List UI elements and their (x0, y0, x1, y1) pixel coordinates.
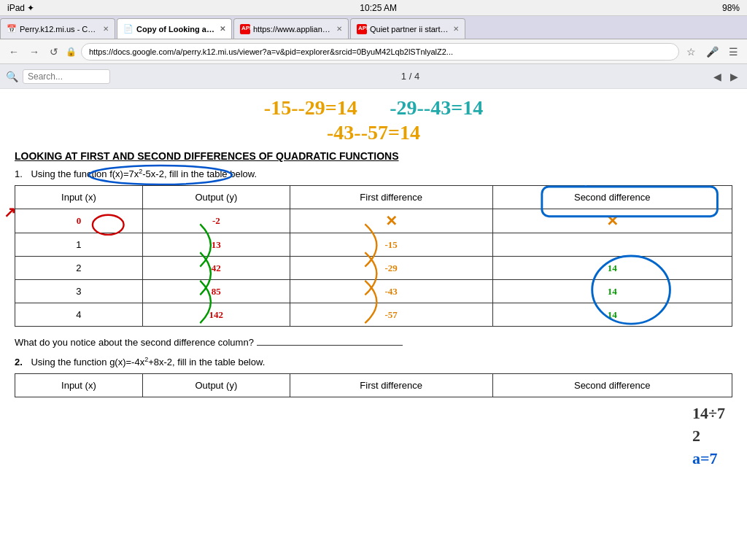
nav-bar: ← → ↺ 🔒 ☆ 🎤 ☰ (0, 39, 747, 64)
ipad-label: iPad ✦ (7, 3, 34, 13)
tab-3[interactable]: APP https://www.appliancepar... ✕ (233, 18, 349, 39)
input-4: 4 (15, 303, 143, 327)
col-header-input: Input (x) (15, 186, 143, 209)
q2-num: 2. (15, 357, 23, 368)
table-row: 3 85 -43 14 (15, 280, 732, 303)
prev-page-button[interactable]: ◀ (711, 69, 724, 84)
address-input[interactable] (81, 43, 679, 61)
tab-4-label: Quiet partner ii starts and... (370, 25, 450, 34)
output-4: 142 (142, 303, 290, 327)
forward-button[interactable]: → (26, 44, 42, 59)
bottom-col-second-diff: Second difference (492, 373, 732, 397)
col-header-second-diff: Second difference (492, 186, 732, 209)
output-3: 85 (142, 280, 290, 303)
math-top-section: -15--29=14 -29--43=14 -43--57=14 (15, 96, 732, 144)
search-bar: 🔍 1 / 4 ◀ ▶ (0, 64, 747, 89)
equation-2: -29--43=14 (390, 96, 483, 120)
bottom-table-header-row: Input (x) Output (y) First difference Se… (15, 373, 732, 397)
tab-1-icon: 📅 (7, 24, 17, 34)
bottom-table: Input (x) Output (y) First difference Se… (15, 373, 732, 397)
col-header-output: Output (y) (142, 186, 290, 209)
seconddiff-1 (492, 233, 732, 257)
input-2: 2 (15, 257, 143, 280)
q1-text: Using the function f(x)=7x2-5x-2, fill i… (31, 168, 257, 179)
table-row: 0 -2 ✕ ✕ (15, 209, 732, 233)
tab-1[interactable]: 📅 Perry.k12.mi.us - Calend... ✕ (0, 18, 115, 39)
next-page-button[interactable]: ▶ (727, 69, 741, 84)
bottom-col-output: Output (y) (142, 373, 290, 397)
document-title: LOOKING AT FIRST AND SECOND DIFFERENCES … (15, 150, 732, 162)
data-table: Input (x) Output (y) First difference Se… (15, 185, 732, 327)
tab-4-icon: APP (357, 24, 367, 34)
page-counter: 1 / 4 (115, 71, 706, 82)
battery-display: 98% (722, 3, 740, 13)
time-display: 10:25 AM (360, 3, 397, 13)
microphone-button[interactable]: 🎤 (703, 44, 721, 59)
firstdiff-0: ✕ (290, 209, 492, 233)
table-wrapper: ↗ Input (x) Output (y) First difference … (15, 185, 732, 327)
table-row: 1 13 -15 (15, 233, 732, 257)
q2-text: Using the function g(x)=-4x2+8x-2, fill … (31, 357, 265, 368)
input-0: 0 (15, 209, 143, 233)
tabs-bar: 📅 Perry.k12.mi.us - Calend... ✕ 📄 Copy o… (0, 16, 747, 39)
red-annotation-left: ↗ (4, 203, 16, 221)
question-1: 1. Using the function f(x)=7x2-5x-2, fil… (15, 168, 732, 179)
firstdiff-3: -43 (290, 280, 492, 303)
seconddiff-3: 14 (492, 280, 732, 303)
tab-1-label: Perry.k12.mi.us - Calend... (20, 25, 100, 34)
bottom-col-first-diff: First difference (290, 373, 492, 397)
calc-line-1: 14÷7 (692, 402, 725, 425)
seconddiff-4: 14 (492, 303, 732, 327)
input-1: 1 (15, 233, 143, 257)
tab-3-icon: APP (240, 24, 250, 34)
lock-icon: 🔒 (66, 47, 77, 57)
equation-3: -43--57=14 (15, 121, 732, 144)
search-icon-button[interactable]: 🔍 (6, 71, 18, 82)
firstdiff-4: -57 (290, 303, 492, 327)
second-diff-question: What do you notice about the second diff… (15, 337, 732, 348)
calc-line-2: 2 (692, 425, 725, 448)
search-input[interactable] (23, 69, 110, 84)
calc-line-3: a=7 (692, 448, 725, 470)
doc-area: -15--29=14 -29--43=14 -43--57=14 LOOKING… (15, 96, 732, 397)
tab-4[interactable]: APP Quiet partner ii starts and... ✕ (350, 18, 465, 39)
seconddiff-0: ✕ (492, 209, 732, 233)
table-row: 2 42 -29 14 (15, 257, 732, 280)
tab-2[interactable]: 📄 Copy of Looking at 1st an... ✕ (117, 18, 232, 39)
tab-4-close[interactable]: ✕ (453, 25, 459, 33)
seconddiff-2: 14 (492, 257, 732, 280)
menu-button[interactable]: ☰ (726, 44, 741, 59)
question-2: 2. Using the function g(x)=-4x2+8x-2, fi… (15, 355, 732, 367)
equation-1: -15--29=14 (264, 96, 357, 120)
q1-num: 1. (15, 168, 23, 179)
col-header-first-diff: First difference (290, 186, 492, 209)
table-header-row: Input (x) Output (y) First difference Se… (15, 186, 732, 209)
table-row: 4 142 -57 14 (15, 303, 732, 327)
side-calc-annotation: 14÷7 2 a=7 (692, 402, 725, 470)
page-nav-arrows: ◀ ▶ (711, 69, 741, 84)
second-diff-q-text: What do you notice about the second diff… (15, 337, 254, 348)
tab-1-close[interactable]: ✕ (103, 25, 109, 33)
back-button[interactable]: ← (6, 44, 22, 59)
firstdiff-2: -29 (290, 257, 492, 280)
status-bar: iPad ✦ 10:25 AM 98% (0, 0, 747, 16)
reload-button[interactable]: ↺ (47, 44, 61, 59)
output-1: 13 (142, 233, 290, 257)
tab-2-icon: 📄 (123, 24, 133, 34)
firstdiff-1: -15 (290, 233, 492, 257)
bookmark-button[interactable]: ☆ (684, 44, 699, 59)
tab-3-label: https://www.appliancepar... (253, 25, 333, 34)
doc-content: -15--29=14 -29--43=14 -43--57=14 LOOKING… (0, 89, 747, 560)
tab-2-label: Copy of Looking at 1st an... (136, 25, 217, 34)
bottom-col-input: Input (x) (15, 373, 143, 397)
blank-answer-line (257, 345, 403, 346)
tab-3-close[interactable]: ✕ (336, 25, 342, 33)
tab-2-close[interactable]: ✕ (220, 25, 225, 33)
input-3: 3 (15, 280, 143, 303)
output-0: -2 (142, 209, 290, 233)
output-2: 42 (142, 257, 290, 280)
